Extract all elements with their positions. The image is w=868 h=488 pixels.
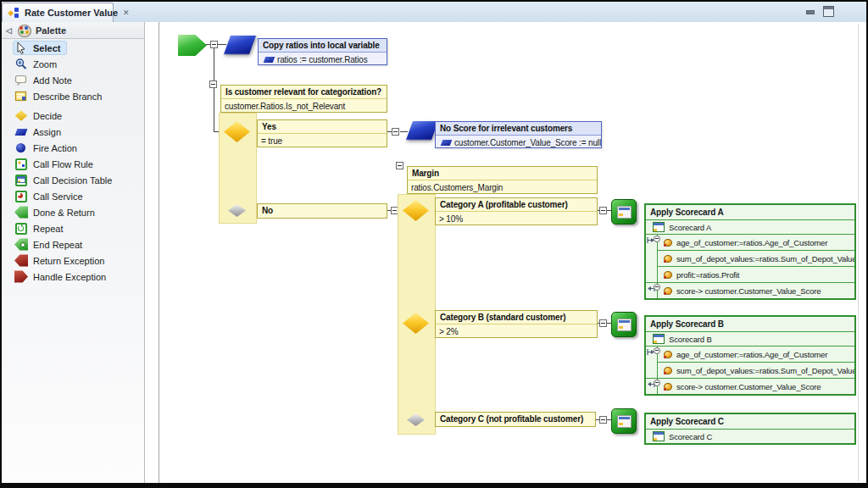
mapping-row[interactable]: score-> customer.Customer_Value_Score — [646, 379, 854, 394]
branch-no-box[interactable]: No — [257, 203, 387, 219]
decision-title: Margin — [408, 167, 597, 180]
maximize-icon[interactable] — [823, 6, 834, 17]
note-bubble-icon — [14, 74, 28, 86]
editor-tab-bar: Rate Customer Value — [2, 2, 866, 23]
branch-condition: = true — [258, 134, 387, 147]
palette-item-done-return[interactable]: Done & Return — [2, 204, 143, 220]
scorecard-a-box[interactable]: Apply Scorecard A Scorecard A age_of_cus… — [644, 203, 856, 300]
palette-item-assign[interactable]: Assign — [2, 124, 143, 140]
palette-item-repeat[interactable]: Repeat — [2, 220, 143, 236]
mapping-row[interactable]: sum_of_depot_values:=ratios.Sum_of_Depot… — [658, 250, 854, 266]
collapse-section-icon[interactable] — [654, 347, 660, 354]
assign-label-box[interactable]: Copy ratios into local variable ratios :… — [258, 38, 387, 65]
branch-category-c-box[interactable]: Category C (not profitable customer) — [435, 412, 596, 427]
palette-item-select[interactable]: Select — [2, 40, 143, 56]
palette-item-call-decision-table[interactable]: Call Decision Table — [2, 172, 143, 188]
parameter-icon — [664, 255, 672, 263]
scorecard-ref[interactable]: Scorecard C — [646, 430, 854, 443]
decision-title: Is customer relevant for categorization? — [221, 86, 387, 99]
branch-label: No — [258, 204, 387, 217]
branch-category-a-box[interactable]: Category A (profitable customer) > 10% — [435, 197, 598, 225]
palette-item-return-exception[interactable]: Return Exception — [2, 252, 143, 269]
collapse-handle-icon[interactable] — [210, 41, 218, 48]
palette-item-label: Call Decision Table — [33, 175, 112, 186]
assign-label-box[interactable]: No Score for irrelevant customers custom… — [435, 121, 602, 148]
collapse-handle-icon[interactable] — [392, 128, 399, 136]
palette-item-label: Describe Branch — [33, 92, 102, 102]
palette-item-list: Select Zoom Add Note Describe Branch Dec… — [2, 40, 143, 285]
return-exception-arrow-icon — [14, 254, 28, 267]
palette-item-label: Return Exception — [33, 256, 104, 266]
collapse-handle-icon[interactable] — [209, 80, 217, 88]
connector-line — [400, 131, 408, 132]
decision-expression: ratios.Customers_Margin — [408, 180, 597, 194]
call-flow-rule-icon — [14, 158, 28, 170]
mapping-row[interactable]: score-> customer.Customer_Value_Score — [646, 283, 854, 298]
scorecard-b-box[interactable]: Apply Scorecard B Scorecard B age_of_cus… — [644, 315, 856, 396]
done-return-arrow-icon — [14, 206, 28, 219]
call-scorecard-node[interactable] — [611, 408, 637, 434]
decision-table-icon — [617, 319, 632, 331]
application-window: Rate Customer Value Palette Select Zoom … — [0, 0, 868, 488]
fire-action-circle-icon — [14, 141, 28, 154]
palette-item-call-service[interactable]: Call Service — [2, 188, 143, 204]
palette-header[interactable]: Palette — [2, 22, 144, 39]
tab-rate-customer-value[interactable]: Rate Customer Value — [2, 3, 114, 22]
decision-label-box[interactable]: Is customer relevant for categorization?… — [220, 85, 387, 113]
assign-expression: customer.Customer_Value_Score := null — [436, 136, 601, 149]
parameter-icon — [664, 271, 672, 279]
palette-item-decide[interactable]: Decide — [2, 108, 143, 124]
collapse-section-icon[interactable] — [654, 236, 660, 242]
collapse-palette-icon[interactable] — [6, 26, 14, 35]
close-icon[interactable] — [123, 8, 130, 18]
palette-item-zoom[interactable]: Zoom — [2, 56, 143, 72]
parameter-icon — [664, 351, 672, 358]
decide-diamond-icon — [14, 109, 28, 122]
tab-title: Rate Customer Value — [25, 8, 118, 18]
parameter-icon — [664, 287, 672, 295]
palette-item-end-repeat[interactable]: End Repeat — [2, 236, 143, 252]
mapping-row[interactable]: profit:=ratios.Profit — [658, 266, 854, 282]
scorecard-output-mappings: score-> customer.Customer_Value_Score — [646, 282, 854, 298]
decision-table-icon — [617, 415, 632, 428]
palette-item-handle-exception[interactable]: Handle Exception — [2, 269, 143, 285]
assign-parallelogram-icon — [14, 125, 28, 138]
collapse-handle-icon[interactable] — [599, 207, 607, 214]
palette-item-describe-branch[interactable]: Describe Branch — [2, 88, 143, 104]
scorecard-input-mappings: age_of_customer:=ratios.Age_of_Customer … — [646, 235, 854, 282]
palette-panel: Palette Select Zoom Add Note Describe Br… — [2, 22, 145, 483]
decision-table-icon — [653, 431, 665, 441]
scorecard-ref[interactable]: Scorecard A — [646, 220, 854, 235]
connector-line — [218, 44, 226, 45]
decision-table-icon — [653, 222, 665, 232]
palette-item-add-note[interactable]: Add Note — [2, 72, 143, 88]
mapping-row[interactable]: sum_of_depot_values:=ratios.Sum_of_Depot… — [658, 362, 854, 378]
minimize-icon[interactable] — [806, 8, 815, 15]
mapping-row[interactable]: age_of_customer:=ratios.Age_of_Customer — [646, 347, 854, 362]
collapse-handle-icon[interactable] — [599, 319, 607, 327]
collapse-section-icon[interactable] — [654, 284, 660, 291]
connector-line — [214, 48, 214, 132]
palette-item-label: Call Service — [33, 191, 83, 202]
branch-label: Category A (profitable customer) — [436, 198, 597, 212]
collapse-section-icon[interactable] — [654, 380, 660, 386]
scorecard-ref[interactable]: Scorecard B — [646, 332, 854, 347]
call-scorecard-node[interactable] — [611, 199, 637, 225]
mapping-row[interactable]: age_of_customer:=ratios.Age_of_Customer — [646, 235, 854, 250]
palette-title: Palette — [36, 25, 66, 36]
palette-item-call-flow-rule[interactable]: Call Flow Rule — [2, 156, 143, 172]
scorecard-c-box[interactable]: Apply Scorecard C Scorecard C — [644, 413, 856, 445]
branch-yes-box[interactable]: Yes = true — [257, 119, 387, 147]
call-decision-table-icon — [14, 174, 28, 186]
collapse-handle-icon[interactable] — [599, 416, 607, 424]
decision-label-box[interactable]: Margin ratios.Customers_Margin — [407, 166, 598, 194]
call-scorecard-node[interactable] — [611, 312, 637, 337]
branch-category-b-box[interactable]: Category B (standard customer) > 2% — [435, 310, 598, 338]
parameter-icon — [664, 383, 672, 391]
palette-item-fire-action[interactable]: Fire Action — [2, 140, 143, 156]
canvas-edge-line — [858, 24, 859, 481]
collapse-handle-icon[interactable] — [396, 162, 403, 169]
scorecard-title: Apply Scorecard C — [646, 414, 854, 430]
assign-title: Copy ratios into local variable — [259, 39, 387, 53]
assign-expression: ratios := customer.Ratios — [259, 53, 387, 66]
